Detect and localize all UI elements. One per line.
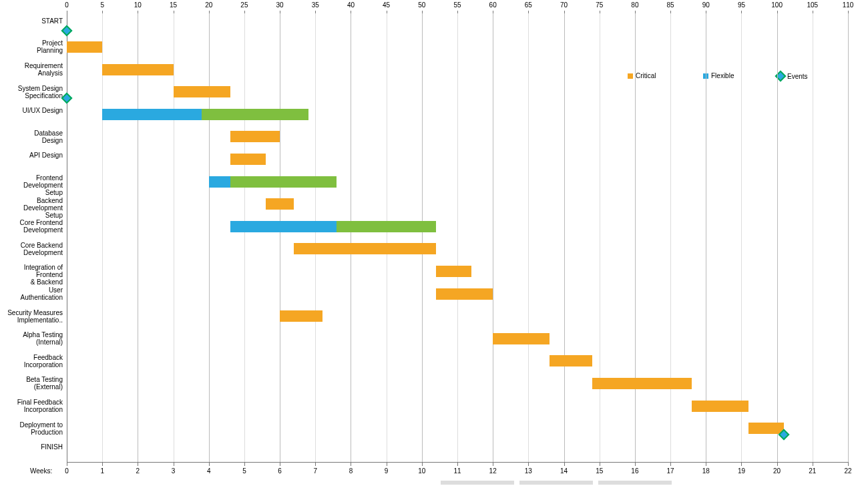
gantt-bar-critical xyxy=(230,131,280,142)
top-tick: 90 xyxy=(702,1,710,9)
gantt-bar-critical xyxy=(294,243,436,254)
top-tick: 15 xyxy=(170,1,177,9)
gantt-bar-critical xyxy=(436,288,493,300)
gantt-bar-flexible xyxy=(102,109,202,120)
task-label: Final FeedbackIncorporation xyxy=(4,399,63,413)
bottom-tick: 0 xyxy=(65,467,69,475)
legend-swatch-critical xyxy=(628,73,633,79)
gantt-bar-flexible xyxy=(230,221,337,232)
top-tick: 40 xyxy=(347,1,355,9)
legend-label: Critical xyxy=(636,72,656,79)
gantt-bar-critical xyxy=(280,310,322,322)
gantt-bar-critical xyxy=(67,41,102,53)
top-tick: 55 xyxy=(453,1,461,9)
top-tick: 25 xyxy=(240,1,248,9)
task-label: Core BackendDevelopment xyxy=(4,242,63,256)
gantt-bar-critical xyxy=(436,266,471,277)
task-label: UI/UX Design xyxy=(4,107,63,114)
legend-item-flexible: Flexible xyxy=(703,72,734,79)
gantt-bar-critical xyxy=(102,64,173,75)
gantt-bar-critical xyxy=(174,86,230,97)
bottom-tick: 2 xyxy=(136,467,140,475)
bottom-tick: 18 xyxy=(702,467,710,475)
gantt-bar-critical xyxy=(230,154,266,165)
top-tick: 85 xyxy=(667,1,674,9)
task-label: ProjectPlanning xyxy=(4,39,63,54)
task-label: Integration of Frontend& Backend xyxy=(4,264,63,286)
bottom-tick: 13 xyxy=(525,467,532,475)
gantt-bar-critical xyxy=(692,401,748,412)
top-tick: 35 xyxy=(312,1,319,9)
bottom-tick: 7 xyxy=(313,467,317,475)
gantt-bar-slack xyxy=(230,176,337,188)
gantt-bar-flexible xyxy=(209,176,230,188)
task-label: Beta Testing(External) xyxy=(4,376,63,391)
bottom-tick: 20 xyxy=(773,467,781,475)
top-tick: 20 xyxy=(205,1,212,9)
task-label: DatabaseDesign xyxy=(4,130,63,144)
top-tick: 45 xyxy=(383,1,390,9)
task-label: FeedbackIncorporation xyxy=(4,354,63,368)
task-label: Core FrontendDevelopment xyxy=(4,219,63,234)
task-label: RequirementAnalysis xyxy=(4,62,63,77)
bottom-tick: 6 xyxy=(278,467,282,475)
bottom-tick: 14 xyxy=(560,467,568,475)
bottom-tick: 22 xyxy=(844,467,851,475)
bottom-tick: 3 xyxy=(172,467,176,475)
task-label: UserAuthentication xyxy=(4,286,63,301)
bottom-tick: 21 xyxy=(809,467,816,475)
bottom-tick: 15 xyxy=(596,467,603,475)
task-label: Frontend DevelopmentSetup xyxy=(4,174,63,196)
task-label: Backend DevelopmentSetup xyxy=(4,197,63,219)
bottom-axis: 012345678910111213141516171819202122 xyxy=(67,462,848,475)
top-tick: 110 xyxy=(843,1,854,9)
gantt-bar-critical xyxy=(266,198,294,210)
task-label: START xyxy=(4,17,63,25)
gantt-bar-slack xyxy=(337,221,436,232)
top-tick: 30 xyxy=(276,1,284,9)
top-tick: 95 xyxy=(738,1,745,9)
bottom-tick: 12 xyxy=(489,467,497,475)
task-label: Security MeasuresImplementatio.. xyxy=(4,309,63,324)
bottom-tick: 10 xyxy=(418,467,425,475)
bottom-tick: 11 xyxy=(453,467,461,475)
bottom-tick: 4 xyxy=(207,467,211,475)
bottom-tick: 8 xyxy=(349,467,353,475)
top-axis: 0510152025303540455055606570758085909510… xyxy=(67,0,848,13)
task-label: Deployment toProduction xyxy=(4,421,63,436)
legend-label: Events xyxy=(787,73,808,80)
top-tick: 70 xyxy=(560,1,568,9)
gantt-bar-critical xyxy=(748,423,784,434)
top-tick: 10 xyxy=(134,1,142,9)
legend-label: Flexible xyxy=(711,72,734,79)
task-label: API Design xyxy=(4,152,63,159)
gantt-bar-critical xyxy=(592,378,692,389)
gantt-chart: 0510152025303540455055606570758085909510… xyxy=(0,0,868,494)
gantt-bar-slack xyxy=(202,109,308,120)
top-tick: 105 xyxy=(807,1,818,9)
task-label: Alpha Testing(Internal) xyxy=(4,331,63,346)
top-tick: 65 xyxy=(525,1,532,9)
top-tick: 60 xyxy=(489,1,497,9)
bottom-axis-label: Weeks: xyxy=(30,467,52,475)
top-tick: 0 xyxy=(65,1,69,9)
gantt-bar-critical xyxy=(493,333,550,344)
gantt-bar-critical xyxy=(550,355,592,366)
legend-item-events: Events xyxy=(777,72,808,80)
top-tick: 5 xyxy=(100,1,104,9)
bottom-tick: 9 xyxy=(385,467,389,475)
top-tick: 80 xyxy=(631,1,638,9)
top-tick: 100 xyxy=(771,1,783,9)
top-tick: 75 xyxy=(596,1,603,9)
task-label: System DesignSpecification xyxy=(4,85,63,99)
top-tick: 50 xyxy=(418,1,425,9)
footer-decoration xyxy=(441,481,672,489)
bottom-tick: 5 xyxy=(242,467,246,475)
bottom-tick: 17 xyxy=(667,467,674,475)
bottom-tick: 16 xyxy=(631,467,638,475)
bottom-tick: 19 xyxy=(738,467,745,475)
bottom-tick: 1 xyxy=(100,467,104,475)
legend-item-critical: Critical xyxy=(628,72,656,79)
task-label: FINISH xyxy=(4,443,63,451)
